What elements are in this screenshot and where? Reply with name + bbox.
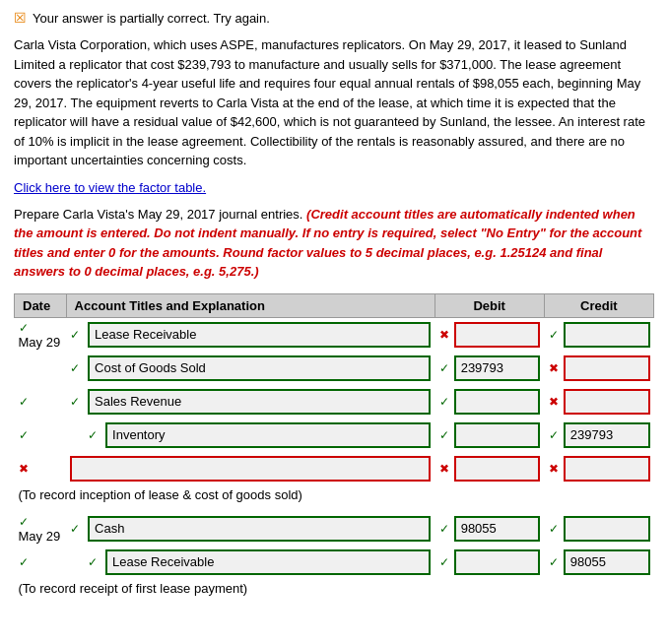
table-row: ✓May 29 ✓ ✖ ✓	[15, 317, 654, 352]
debit-cell-7: ✓	[434, 546, 544, 579]
date-check-icon-6: ✓	[19, 515, 29, 529]
credit-check-icon-7: ✓	[548, 555, 560, 569]
table-row: ✓ ✓ ✖	[15, 352, 654, 385]
debit-input-3[interactable]	[454, 389, 541, 415]
account-input-7[interactable]	[105, 549, 431, 575]
credit-input-6[interactable]	[564, 516, 650, 542]
credit-input-7[interactable]	[564, 549, 650, 575]
account-cell-4: ✓	[66, 419, 434, 452]
credit-cell-2: ✖	[544, 352, 653, 385]
account-input-5[interactable]	[70, 456, 431, 482]
account-cell-5	[66, 452, 434, 485]
debit-input-6[interactable]	[454, 516, 541, 542]
account-input-3[interactable]	[88, 389, 431, 415]
credit-x-icon-2: ✖	[548, 361, 560, 375]
credit-input-1[interactable]	[564, 322, 650, 348]
credit-input-2[interactable]	[564, 355, 650, 381]
debit-input-2[interactable]	[454, 355, 541, 381]
col-debit: Debit	[434, 293, 544, 317]
scenario-text: Carla Vista Corporation, which uses ASPE…	[14, 35, 654, 170]
credit-cell-5: ✖	[544, 452, 653, 485]
credit-input-4[interactable]	[564, 422, 650, 448]
factor-table-link[interactable]: Click here to view the factor table.	[14, 180, 654, 195]
date-check-icon-3: ✓	[19, 395, 29, 409]
table-row: ✓ ✓ ✓ ✓	[15, 546, 654, 579]
debit-cell-1: ✖	[434, 317, 544, 352]
date-check-icon-1: ✓	[19, 321, 29, 335]
credit-check-icon-6: ✓	[548, 522, 560, 536]
credit-check-icon-4: ✓	[548, 428, 560, 442]
date-x-icon-5: ✖	[19, 462, 29, 476]
account-cell-6: ✓	[66, 512, 434, 546]
credit-cell-4: ✓	[544, 419, 653, 452]
account-check-icon-1: ✓	[70, 328, 86, 342]
note-row-1: (To record inception of lease & cost of …	[15, 485, 654, 504]
col-date: Date	[15, 293, 67, 317]
note-row-2: (To record receipt of first lease paymen…	[15, 579, 654, 598]
debit-x-icon-5: ✖	[438, 462, 450, 476]
table-row: ✓May 29 ✓ ✓ ✓	[15, 512, 654, 546]
date-cell-6: ✓May 29	[15, 512, 67, 546]
debit-check-icon-6: ✓	[438, 522, 450, 536]
account-cell-1: ✓	[66, 317, 434, 352]
date-cell-3: ✓	[15, 385, 67, 419]
credit-x-icon-5: ✖	[548, 462, 560, 476]
account-check-icon-2: ✓	[70, 361, 86, 375]
credit-cell-7: ✓	[544, 546, 653, 579]
debit-cell-4: ✓	[434, 419, 544, 452]
partial-correct-icon: ☒	[14, 10, 27, 26]
table-row: ✓ ✓ ✓ ✓	[15, 419, 654, 452]
debit-input-4[interactable]	[454, 422, 541, 448]
debit-cell-3: ✓	[434, 385, 544, 419]
debit-cell-2: ✓	[434, 352, 544, 385]
note-text-2: (To record receipt of first lease paymen…	[15, 579, 654, 598]
debit-cell-5: ✖	[434, 452, 544, 485]
date-cell-1: ✓May 29	[15, 317, 67, 352]
debit-input-1[interactable]	[454, 322, 541, 348]
status-message: Your answer is partially correct. Try ag…	[33, 11, 270, 26]
section-divider	[15, 504, 654, 512]
debit-cell-6: ✓	[434, 512, 544, 546]
col-account: Account Titles and Explanation	[66, 293, 434, 317]
account-input-6[interactable]	[88, 516, 431, 542]
credit-check-icon-1: ✓	[548, 328, 560, 342]
account-check-icon-3: ✓	[70, 395, 86, 409]
account-input-2[interactable]	[88, 355, 431, 381]
debit-check-icon-7: ✓	[438, 555, 450, 569]
table-row: ✖ ✖ ✖	[15, 452, 654, 485]
col-credit: Credit	[544, 293, 653, 317]
account-input-1[interactable]	[88, 322, 431, 348]
credit-cell-3: ✖	[544, 385, 653, 419]
date-cell-5: ✖	[15, 452, 67, 485]
account-input-4[interactable]	[105, 422, 431, 448]
debit-x-icon-1: ✖	[438, 328, 450, 342]
date-cell-4: ✓	[15, 419, 67, 452]
credit-input-3[interactable]	[564, 389, 650, 415]
account-cell-7: ✓	[66, 546, 434, 579]
date-cell-2	[15, 352, 67, 385]
debit-check-icon-2: ✓	[438, 361, 450, 375]
debit-input-5[interactable]	[454, 456, 541, 482]
date-cell-7: ✓	[15, 546, 67, 579]
account-cell-2: ✓	[66, 352, 434, 385]
table-row: ✓ ✓ ✓ ✖	[15, 385, 654, 419]
account-check-icon-7: ✓	[88, 555, 103, 569]
journal-table: Date Account Titles and Explanation Debi…	[14, 293, 654, 598]
account-check-icon-4: ✓	[88, 428, 103, 442]
credit-cell-6: ✓	[544, 512, 653, 546]
date-check-icon-4: ✓	[19, 428, 29, 442]
instructions-text: Prepare Carla Vista's May 29, 2017 journ…	[14, 205, 654, 282]
date-check-icon-7: ✓	[19, 555, 29, 569]
status-bar: ☒ Your answer is partially correct. Try …	[14, 10, 654, 26]
instructions-prefix: Prepare Carla Vista's May 29, 2017 journ…	[14, 207, 302, 222]
credit-input-5[interactable]	[564, 456, 650, 482]
account-cell-3: ✓	[66, 385, 434, 419]
debit-check-icon-4: ✓	[438, 428, 450, 442]
credit-cell-1: ✓	[544, 317, 653, 352]
debit-check-icon-3: ✓	[438, 395, 450, 409]
account-check-icon-6: ✓	[70, 522, 86, 536]
note-text-1: (To record inception of lease & cost of …	[15, 485, 654, 504]
debit-input-7[interactable]	[454, 549, 541, 575]
credit-x-icon-3: ✖	[548, 395, 560, 409]
